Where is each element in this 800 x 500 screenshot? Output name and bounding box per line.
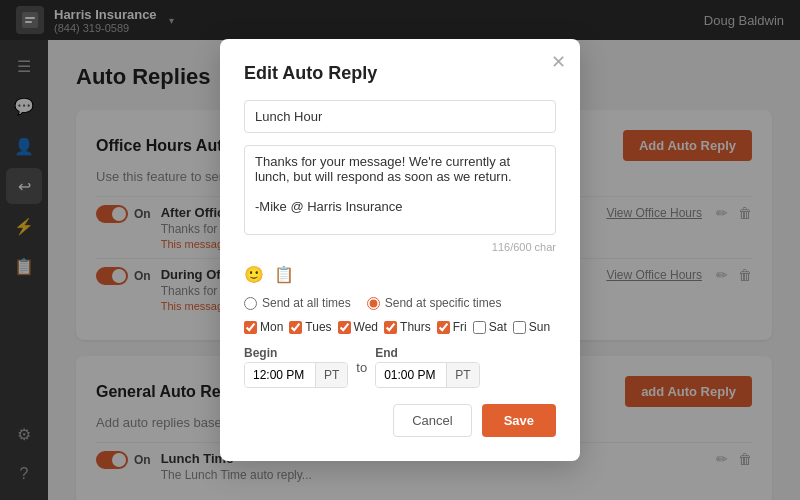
send-all-times-radio[interactable]: Send at all times	[244, 296, 351, 310]
begin-time-input[interactable]	[245, 363, 315, 387]
send-specific-times-radio[interactable]: Send at specific times	[367, 296, 502, 310]
message-field-group: Thanks for your message! We're currently…	[244, 145, 556, 253]
char-count: 116/600 char	[244, 241, 556, 253]
name-field-group	[244, 100, 556, 133]
day-wed[interactable]: Wed	[338, 320, 378, 334]
template-button[interactable]: 📋	[274, 265, 294, 284]
day-tues[interactable]: Tues	[289, 320, 331, 334]
modal-footer: Cancel Save	[244, 404, 556, 437]
emoji-toolbar: 🙂 📋	[244, 265, 556, 284]
day-sat[interactable]: Sat	[473, 320, 507, 334]
schedule-radio-group: Send at all times Send at specific times	[244, 296, 556, 310]
end-tz: PT	[446, 363, 478, 387]
edit-auto-reply-modal: ✕ Edit Auto Reply Thanks for your messag…	[220, 39, 580, 461]
end-label: End	[375, 346, 479, 360]
modal-title: Edit Auto Reply	[244, 63, 556, 84]
days-selector: Mon Tues Wed Thurs Fri Sat Sun	[244, 320, 556, 334]
day-fri[interactable]: Fri	[437, 320, 467, 334]
end-time-input-wrap: PT	[375, 362, 479, 388]
day-mon[interactable]: Mon	[244, 320, 283, 334]
save-button[interactable]: Save	[482, 404, 556, 437]
begin-tz: PT	[315, 363, 347, 387]
to-separator: to	[356, 360, 367, 375]
reply-name-input[interactable]	[244, 100, 556, 133]
day-thurs[interactable]: Thurs	[384, 320, 431, 334]
begin-time-group: Begin PT	[244, 346, 348, 388]
emoji-button[interactable]: 🙂	[244, 265, 264, 284]
begin-time-input-wrap: PT	[244, 362, 348, 388]
day-sun[interactable]: Sun	[513, 320, 550, 334]
cancel-button[interactable]: Cancel	[393, 404, 471, 437]
end-time-group: End PT	[375, 346, 479, 388]
reply-message-textarea[interactable]: Thanks for your message! We're currently…	[244, 145, 556, 235]
close-modal-button[interactable]: ✕	[551, 51, 566, 73]
modal-overlay: ✕ Edit Auto Reply Thanks for your messag…	[0, 0, 800, 500]
begin-label: Begin	[244, 346, 348, 360]
end-time-input[interactable]	[376, 363, 446, 387]
time-range-row: Begin PT to End PT	[244, 346, 556, 388]
